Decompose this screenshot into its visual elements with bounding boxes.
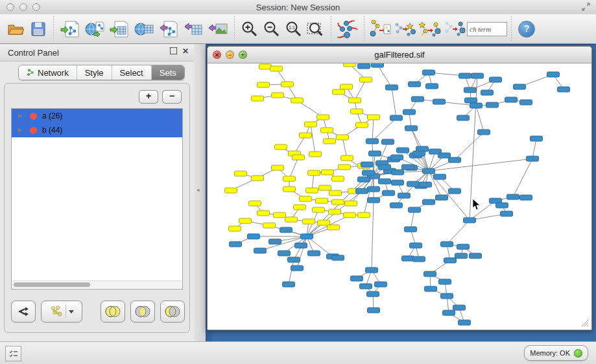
network-node-blue[interactable]	[481, 90, 494, 95]
open-session-button[interactable]	[5, 17, 27, 41]
copy-network-button[interactable]	[368, 17, 393, 41]
network-node-yellow[interactable]	[368, 115, 380, 120]
tab-select[interactable]: Select	[112, 65, 152, 80]
network-node-yellow[interactable]	[340, 84, 353, 89]
import-network-from-web-button[interactable]	[82, 17, 107, 41]
tab-style[interactable]: Style	[77, 65, 112, 80]
network-node-blue[interactable]	[361, 162, 374, 167]
network-node-blue[interactable]	[423, 199, 435, 205]
network-node-blue[interactable]	[409, 207, 421, 212]
network-node-blue[interactable]	[291, 266, 304, 271]
network-node-blue[interactable]	[514, 84, 526, 89]
network-node-blue[interactable]	[278, 251, 291, 256]
network-node-yellow[interactable]	[339, 165, 351, 170]
network-node-blue[interactable]	[392, 170, 404, 175]
list-item-set-a[interactable]: a (26)	[12, 109, 182, 123]
network-node-blue[interactable]	[295, 243, 307, 248]
network-node-yellow[interactable]	[345, 201, 357, 206]
network-node-blue[interactable]	[403, 109, 416, 115]
network-window[interactable]: ✕ − + galFiltered.sif	[207, 46, 592, 330]
network-node-blue[interactable]	[438, 153, 451, 158]
network-node-blue[interactable]	[397, 148, 409, 153]
network-node-blue[interactable]	[413, 256, 425, 262]
network-node-yellow[interactable]	[356, 122, 368, 128]
network-node-blue[interactable]	[368, 187, 380, 192]
network-node-blue[interactable]	[478, 130, 490, 135]
network-node-yellow[interactable]	[294, 205, 306, 210]
network-node-blue[interactable]	[372, 63, 384, 67]
network-node-yellow[interactable]	[317, 115, 329, 120]
import-network-file-button[interactable]	[58, 17, 82, 41]
network-node-yellow[interactable]	[341, 155, 353, 161]
network-node-blue[interactable]	[424, 271, 436, 277]
network-node-yellow[interactable]	[313, 207, 325, 212]
network-node-blue[interactable]	[459, 73, 471, 78]
network-node-yellow[interactable]	[306, 188, 318, 193]
network-node-blue[interactable]	[520, 100, 532, 105]
network-node-blue[interactable]	[471, 73, 484, 78]
network-node-blue[interactable]	[464, 87, 477, 93]
network-node-blue[interactable]	[363, 170, 375, 176]
network-node-blue[interactable]	[356, 188, 368, 194]
network-node-blue[interactable]	[402, 256, 414, 261]
network-node-blue[interactable]	[443, 310, 455, 315]
create-set-from-network-button[interactable]	[41, 301, 82, 323]
network-node-blue[interactable]	[368, 308, 380, 313]
network-node-blue[interactable]	[444, 258, 457, 263]
network-node-blue[interactable]	[308, 251, 320, 256]
network-node-blue[interactable]	[391, 155, 403, 160]
tab-network[interactable]: Network	[19, 65, 77, 80]
network-node-blue[interactable]	[470, 253, 482, 258]
network-node-blue[interactable]	[423, 70, 435, 75]
network-node-yellow[interactable]	[358, 212, 370, 218]
network-node-yellow[interactable]	[324, 139, 336, 144]
tab-sets[interactable]: Sets	[152, 65, 184, 80]
difference-sets-button[interactable]	[160, 301, 185, 323]
network-node-blue[interactable]	[379, 179, 391, 184]
network-node-blue[interactable]	[366, 139, 379, 144]
float-panel-icon[interactable]	[170, 47, 177, 54]
network-node-blue[interactable]	[441, 293, 453, 299]
network-node-blue[interactable]	[547, 72, 560, 77]
network-node-blue[interactable]	[332, 255, 344, 260]
network-node-yellow[interactable]	[259, 64, 272, 69]
network-node-blue[interactable]	[392, 180, 404, 185]
intersect-sets-button[interactable]	[130, 301, 155, 323]
network-node-blue[interactable]	[490, 77, 502, 82]
network-node-yellow[interactable]	[309, 152, 322, 157]
network-node-blue[interactable]	[360, 284, 372, 289]
network-node-yellow[interactable]	[272, 93, 284, 98]
network-node-blue[interactable]	[505, 97, 518, 102]
help-button[interactable]: ?	[518, 21, 535, 38]
network-node-yellow[interactable]	[229, 226, 241, 231]
dropdown-arrow-icon[interactable]	[69, 310, 74, 313]
network-node-blue[interactable]	[358, 63, 370, 69]
scrollbar-thumb[interactable]	[14, 282, 90, 287]
network-node-blue[interactable]	[386, 85, 398, 90]
memory-status-button[interactable]: Memory: OK	[524, 345, 588, 361]
network-node-blue[interactable]	[423, 168, 435, 174]
sets-list[interactable]: a (26) b (44)	[11, 108, 183, 290]
task-history-button[interactable]	[5, 346, 21, 361]
import-table-file-button[interactable]	[107, 17, 132, 41]
network-node-yellow[interactable]	[281, 82, 294, 87]
network-node-blue[interactable]	[366, 267, 378, 273]
network-node-blue[interactable]	[501, 211, 513, 216]
network-node-yellow[interactable]	[308, 170, 320, 176]
network-node-blue[interactable]	[390, 203, 403, 208]
network-node-blue[interactable]	[379, 165, 391, 170]
network-node-blue[interactable]	[248, 234, 260, 239]
network-node-blue[interactable]	[558, 87, 570, 92]
network-node-yellow[interactable]	[252, 176, 264, 181]
network-node-yellow[interactable]	[252, 96, 264, 101]
network-node-blue[interactable]	[433, 99, 446, 104]
network-node-blue[interactable]	[420, 182, 432, 187]
network-node-blue[interactable]	[426, 84, 438, 89]
network-node-yellow[interactable]	[235, 171, 247, 176]
network-node-blue[interactable]	[449, 188, 461, 194]
export-image-button[interactable]	[206, 17, 230, 41]
network-node-blue[interactable]	[470, 103, 483, 108]
network-node-yellow[interactable]	[275, 144, 287, 150]
save-session-button[interactable]	[27, 17, 49, 41]
network-node-yellow[interactable]	[283, 176, 296, 181]
